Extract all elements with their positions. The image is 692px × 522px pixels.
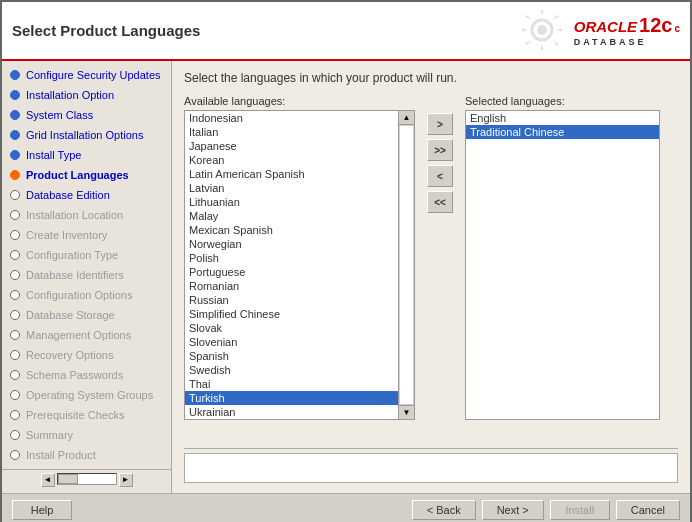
available-lang-item[interactable]: Italian: [185, 125, 398, 139]
sidebar-item-configuration-type: Configuration Type: [2, 245, 171, 265]
footer: Help < Back Next > Install Cancel: [2, 493, 690, 522]
add-all-button[interactable]: >>: [427, 139, 453, 161]
available-lang-item[interactable]: Latvian: [185, 181, 398, 195]
available-lang-item[interactable]: Korean: [185, 153, 398, 167]
help-button[interactable]: Help: [12, 500, 72, 520]
sidebar-scroll-area: ◄ ►: [2, 469, 171, 489]
sidebar-item-recovery-options: Recovery Options: [2, 345, 171, 365]
header: Select Product Languages ORACLE 12c c DA…: [2, 2, 690, 61]
sidebar-item-grid-installation[interactable]: Grid Installation Options: [2, 125, 171, 145]
cancel-button[interactable]: Cancel: [616, 500, 680, 520]
available-lang-item[interactable]: Japanese: [185, 139, 398, 153]
sidebar-item-configuration-options: Configuration Options: [2, 285, 171, 305]
sidebar-item-product-languages[interactable]: Product Languages: [2, 165, 171, 185]
available-lang-item[interactable]: Swedish: [185, 363, 398, 377]
gear-icon: [515, 8, 570, 53]
selected-languages-list[interactable]: EnglishTraditional Chinese: [465, 110, 660, 420]
status-panel: [184, 453, 678, 483]
sidebar-item-system-class[interactable]: System Class: [2, 105, 171, 125]
available-lang-item[interactable]: Simplified Chinese: [185, 307, 398, 321]
scroll-track[interactable]: [57, 473, 117, 485]
scroll-left-btn[interactable]: ◄: [41, 473, 55, 487]
back-button[interactable]: < Back: [412, 500, 476, 520]
available-list-scrollbar[interactable]: ▲ ▼: [399, 110, 415, 420]
selected-languages-label: Selected languages:: [465, 95, 678, 107]
remove-one-button[interactable]: <: [427, 165, 453, 187]
available-lang-item[interactable]: Norwegian: [185, 237, 398, 251]
available-languages-column: Available languages: IndonesianItalianJa…: [184, 95, 415, 420]
sidebar-item-database-storage: Database Storage: [2, 305, 171, 325]
sidebar-item-database-edition[interactable]: Database Edition: [2, 185, 171, 205]
install-button[interactable]: Install: [550, 500, 610, 520]
language-selection-area: Available languages: IndonesianItalianJa…: [184, 95, 678, 448]
sidebar-item-install-product: Install Product: [2, 445, 171, 465]
available-lang-item[interactable]: Russian: [185, 293, 398, 307]
available-lang-item[interactable]: Lithuanian: [185, 195, 398, 209]
footer-right: < Back Next > Install Cancel: [412, 500, 680, 520]
sidebar-item-create-inventory: Create Inventory: [2, 225, 171, 245]
status-area: [184, 448, 678, 483]
available-lang-item[interactable]: Spanish: [185, 349, 398, 363]
available-lang-item[interactable]: Mexican Spanish: [185, 223, 398, 237]
page-title: Select Product Languages: [12, 22, 200, 39]
available-lang-item[interactable]: Thai: [185, 377, 398, 391]
available-lang-item[interactable]: Vietnamese: [185, 419, 398, 420]
sidebar-item-schema-passwords: Schema Passwords: [2, 365, 171, 385]
available-lang-item[interactable]: Turkish: [185, 391, 398, 405]
scroll-up-btn[interactable]: ▲: [399, 111, 414, 125]
main-content: Select the languages in which your produ…: [172, 61, 690, 493]
oracle-version: 12c: [639, 14, 672, 37]
next-button[interactable]: Next >: [482, 500, 544, 520]
available-lang-item[interactable]: Latin American Spanish: [185, 167, 398, 181]
sidebar-item-database-identifiers: Database Identifiers: [2, 265, 171, 285]
selected-lang-item[interactable]: English: [466, 111, 659, 125]
svg-point-1: [537, 25, 547, 35]
remove-all-button[interactable]: <<: [427, 191, 453, 213]
scroll-down-btn[interactable]: ▼: [399, 405, 414, 419]
oracle-logo: ORACLE 12c c DATABASE: [515, 8, 680, 53]
sidebar-item-summary: Summary: [2, 425, 171, 445]
sidebar-item-management-options: Management Options: [2, 325, 171, 345]
available-lang-item[interactable]: Indonesian: [185, 111, 398, 125]
available-lang-item[interactable]: Slovak: [185, 321, 398, 335]
add-one-button[interactable]: >: [427, 113, 453, 135]
sidebar-item-os-groups: Operating System Groups: [2, 385, 171, 405]
available-lang-item[interactable]: Slovenian: [185, 335, 398, 349]
available-lang-item[interactable]: Malay: [185, 209, 398, 223]
oracle-db-label: DATABASE: [574, 37, 647, 47]
footer-left: Help: [12, 500, 72, 520]
oracle-text: ORACLE: [574, 18, 637, 35]
sidebar-item-prerequisite-checks: Prerequisite Checks: [2, 405, 171, 425]
instruction-text: Select the languages in which your produ…: [184, 71, 678, 85]
available-lang-item[interactable]: Portuguese: [185, 265, 398, 279]
sidebar-item-configure-security[interactable]: Configure Security Updates: [2, 65, 171, 85]
sidebar: Configure Security Updates Installation …: [2, 61, 172, 493]
transfer-buttons: > >> < <<: [423, 113, 457, 213]
available-languages-list[interactable]: IndonesianItalianJapaneseKoreanLatin Ame…: [184, 110, 399, 420]
sidebar-item-install-type[interactable]: Install Type: [2, 145, 171, 165]
selected-lang-item[interactable]: Traditional Chinese: [466, 125, 659, 139]
selected-languages-column: Selected languages: EnglishTraditional C…: [465, 95, 678, 420]
content-area: Configure Security Updates Installation …: [2, 61, 690, 493]
available-lang-item[interactable]: Ukrainian: [185, 405, 398, 419]
available-languages-label: Available languages:: [184, 95, 415, 107]
scroll-right-btn[interactable]: ►: [119, 473, 133, 487]
available-lang-item[interactable]: Romanian: [185, 279, 398, 293]
sidebar-item-installation-location: Installation Location: [2, 205, 171, 225]
available-lang-item[interactable]: Polish: [185, 251, 398, 265]
sidebar-item-installation-option[interactable]: Installation Option: [2, 85, 171, 105]
